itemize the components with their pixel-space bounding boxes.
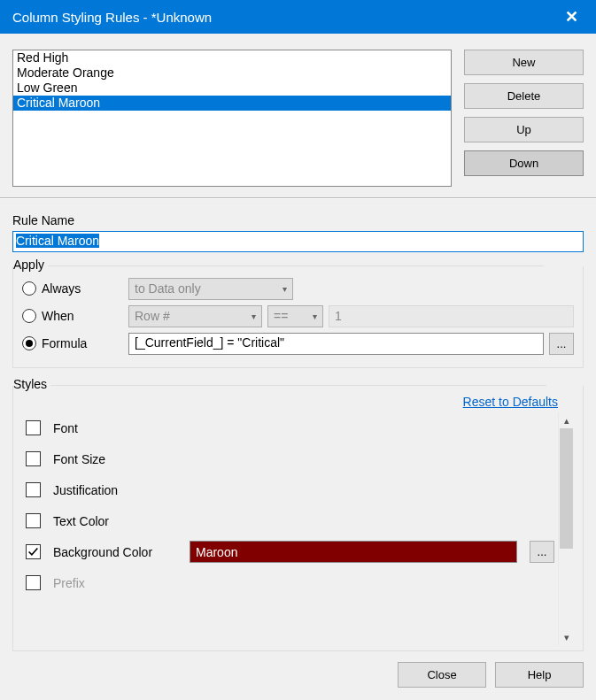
style-row: Background ColorMaroon... [22,536,558,567]
reset-defaults-link[interactable]: Reset to Defaults [22,393,574,412]
chevron-down-icon: ▾ [252,312,256,321]
scroll-track[interactable] [559,428,574,629]
up-button[interactable]: Up [464,117,584,142]
style-checkbox[interactable] [26,513,41,528]
rule-name-label: Rule Name [12,213,584,227]
down-button[interactable]: Down [464,150,584,176]
rules-list-item[interactable]: Critical Maroon [13,96,451,111]
when-radio[interactable] [22,309,36,323]
formula-browse-button[interactable]: ... [549,333,574,355]
style-label: Font [53,421,177,435]
style-label: Background Color [53,545,177,559]
style-checkbox[interactable] [26,575,41,590]
style-row: Font Size [22,443,558,474]
styles-group: Styles Reset to Defaults FontFont SizeJu… [12,386,584,651]
style-label: Prefix [53,576,177,590]
style-label: Text Color [53,514,177,528]
when-value-input[interactable]: 1 [329,305,574,327]
always-radio[interactable] [22,281,36,296]
style-row: Font [22,412,558,443]
help-button[interactable]: Help [495,662,584,688]
style-label: Font Size [53,452,177,466]
scroll-thumb[interactable] [560,428,573,549]
apply-group-title: Apply [13,258,48,272]
chevron-down-icon: ▾ [283,284,287,294]
style-row: Justification [22,474,558,505]
rule-name-input[interactable]: Critical Maroon [12,231,584,252]
when-label: When [42,309,123,323]
dialog-body: Red HighModerate OrangeLow GreenCritical… [0,34,596,700]
new-button[interactable]: New [464,50,584,75]
rules-list-item[interactable]: Red High [13,50,451,65]
rules-list-item[interactable]: Low Green [13,81,451,96]
color-browse-button[interactable]: ... [530,541,554,563]
scroll-up-icon[interactable]: ▴ [559,412,574,428]
footer: Close Help [12,651,584,700]
rownum-combo[interactable]: Row #▾ [128,305,262,327]
styles-scrollbar[interactable]: ▴ ▾ [558,412,574,645]
style-checkbox[interactable] [26,420,41,435]
rules-buttons: New Delete Up Down [464,50,584,187]
style-label: Justification [53,483,177,497]
color-swatch[interactable]: Maroon [190,541,517,563]
divider [0,197,596,199]
styles-group-title: Styles [13,377,50,391]
formula-radio[interactable] [22,336,36,350]
data-only-combo[interactable]: to Data only▾ [128,278,293,300]
delete-button[interactable]: Delete [464,83,584,109]
styles-list: FontFont SizeJustificationText ColorBack… [22,412,558,645]
style-row: Prefix [22,567,558,598]
operator-combo[interactable]: ==▾ [267,305,323,327]
style-checkbox[interactable] [26,544,41,559]
close-button[interactable]: Close [398,662,486,688]
rules-list-item[interactable]: Moderate Orange [13,65,451,81]
style-checkbox[interactable] [26,451,41,466]
style-row: Text Color [22,505,558,536]
chevron-down-icon: ▾ [313,312,317,321]
close-icon[interactable]: ✕ [560,7,584,27]
apply-formula-row: Formula [_CurrentField_] = "Critical" ..… [22,331,574,356]
titlebar: Column Styling Rules - *Unknown ✕ [0,0,596,34]
formula-label: Formula [42,336,123,350]
scroll-down-icon[interactable]: ▾ [559,629,574,645]
window-title: Column Styling Rules - *Unknown [12,10,560,25]
apply-always-row: Always to Data only▾ [22,276,574,301]
style-checkbox[interactable] [26,482,41,497]
always-label: Always [42,281,123,296]
apply-when-row: When Row #▾ ==▾ 1 [22,304,574,328]
formula-input[interactable]: [_CurrentField_] = "Critical" [128,333,544,355]
rules-section: Red HighModerate OrangeLow GreenCritical… [12,42,584,187]
rules-listbox[interactable]: Red HighModerate OrangeLow GreenCritical… [12,50,452,187]
apply-group: Apply Always to Data only▾ When Row #▾ =… [12,266,584,368]
